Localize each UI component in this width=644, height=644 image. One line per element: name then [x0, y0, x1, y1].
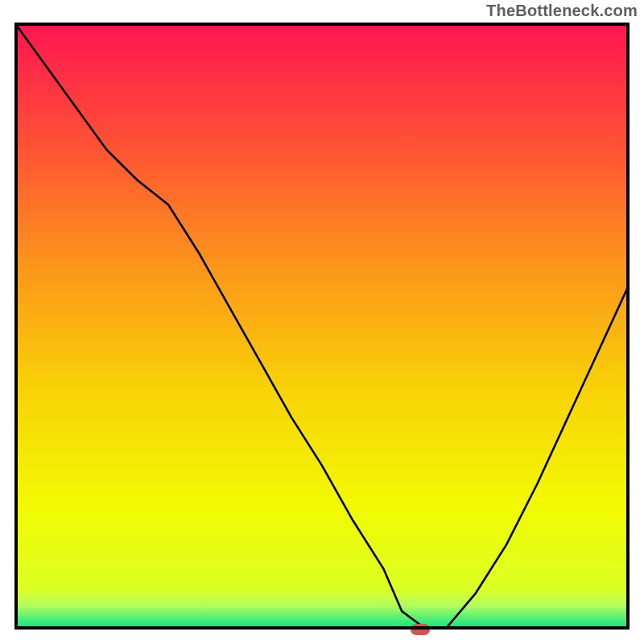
svg-rect-1: [14, 23, 630, 630]
chart-frame: TheBottleneck.com: [0, 0, 644, 644]
gradient-background: [0, 0, 644, 644]
minimum-marker: [411, 624, 430, 635]
watermark-text: TheBottleneck.com: [486, 2, 638, 20]
